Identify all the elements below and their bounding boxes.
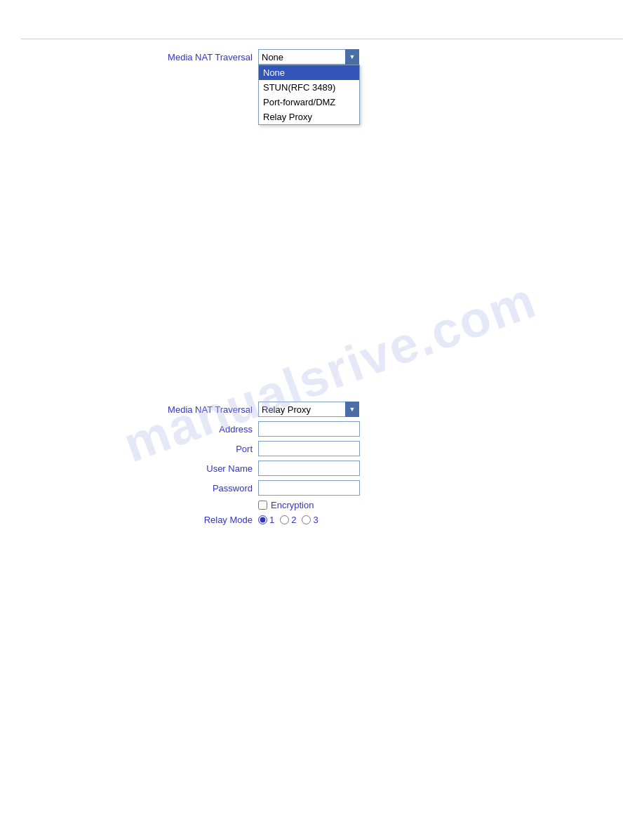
- port-row: Port: [0, 441, 644, 456]
- relay-mode-row: Relay Mode 1 2 3: [0, 515, 644, 525]
- dropdown-option-relayproxy[interactable]: Relay Proxy: [259, 110, 359, 124]
- password-label: Password: [0, 483, 253, 494]
- bottom-section: Media NAT Traversal Relay Proxy Address …: [0, 402, 644, 529]
- media-nat-traversal-top-dropdown[interactable]: None None STUN(RFC 3489) Port-forward/DM…: [258, 49, 359, 65]
- port-label: Port: [0, 444, 253, 454]
- relay-dropdown-display[interactable]: Relay Proxy: [258, 402, 359, 417]
- media-nat-traversal-bottom-label: Media NAT Traversal: [0, 404, 253, 415]
- relay-selected-value: Relay Proxy: [258, 402, 345, 417]
- media-nat-traversal-top-row: Media NAT Traversal None None STUN(RFC 3…: [0, 49, 644, 65]
- relay-mode-radio-1[interactable]: [258, 515, 267, 524]
- relay-mode-label-3: 3: [313, 515, 318, 525]
- port-input[interactable]: [258, 441, 360, 456]
- relay-mode-option-3[interactable]: 3: [302, 515, 318, 525]
- password-row: Password: [0, 480, 644, 496]
- media-nat-traversal-bottom-dropdown[interactable]: Relay Proxy: [258, 402, 359, 417]
- address-input[interactable]: [258, 421, 360, 437]
- top-section: Media NAT Traversal None None STUN(RFC 3…: [0, 49, 644, 69]
- relay-mode-label-1: 1: [269, 515, 274, 525]
- dropdown-option-portforward[interactable]: Port-forward/DMZ: [259, 95, 359, 110]
- dropdown-arrow-button[interactable]: [345, 49, 359, 65]
- user-name-input[interactable]: [258, 461, 360, 476]
- relay-mode-label-2: 2: [291, 515, 296, 525]
- relay-mode-option-1[interactable]: 1: [258, 515, 274, 525]
- relay-mode-options: 1 2 3: [258, 515, 318, 525]
- media-nat-traversal-bottom-row: Media NAT Traversal Relay Proxy: [0, 402, 644, 417]
- media-nat-traversal-top-label: Media NAT Traversal: [140, 52, 253, 62]
- relay-mode-radio-2[interactable]: [280, 515, 289, 524]
- address-label: Address: [0, 424, 253, 435]
- encryption-checkbox[interactable]: [258, 501, 267, 510]
- relay-dropdown-arrow-button[interactable]: [345, 402, 359, 417]
- address-row: Address: [0, 421, 644, 437]
- password-input[interactable]: [258, 480, 360, 496]
- dropdown-option-none[interactable]: None: [259, 65, 359, 80]
- watermark: manualsrive.com: [39, 123, 621, 621]
- dropdown-selected-value: None: [258, 49, 345, 65]
- dropdown-display[interactable]: None: [258, 49, 359, 65]
- top-border: [21, 39, 623, 39]
- dropdown-option-stun[interactable]: STUN(RFC 3489): [259, 80, 359, 95]
- dropdown-list: None STUN(RFC 3489) Port-forward/DMZ Rel…: [258, 65, 360, 125]
- relay-mode-radio-3[interactable]: [302, 515, 311, 524]
- relay-mode-option-2[interactable]: 2: [280, 515, 296, 525]
- encryption-row: Encryption: [0, 500, 644, 510]
- user-name-label: User Name: [0, 463, 253, 474]
- relay-mode-label: Relay Mode: [0, 515, 253, 525]
- user-name-row: User Name: [0, 461, 644, 476]
- encryption-label: Encryption: [271, 500, 314, 510]
